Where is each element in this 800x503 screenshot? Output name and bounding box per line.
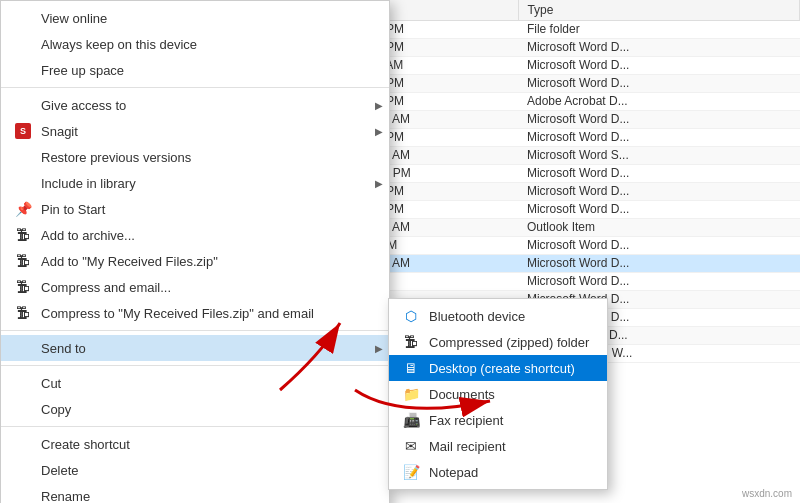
view-online-icon — [13, 8, 33, 28]
menu-item-cut[interactable]: Cut — [1, 370, 389, 396]
menu-item-include-library[interactable]: Include in library▶ — [1, 170, 389, 196]
compress-zip-email-icon: 🗜 — [13, 303, 33, 323]
menu-item-give-access[interactable]: Give access to▶ — [1, 92, 389, 118]
send-to-icon — [13, 338, 33, 358]
submenu-arrow-include-library: ▶ — [375, 178, 383, 189]
file-type: Microsoft Word D... — [519, 110, 800, 128]
menu-item-compress-email[interactable]: 🗜Compress and email... — [1, 274, 389, 300]
give-access-icon — [13, 95, 33, 115]
menu-label-include-library: Include in library — [41, 176, 373, 191]
menu-item-snagit[interactable]: SSnagit▶ — [1, 118, 389, 144]
submenu-arrow-snagit: ▶ — [375, 126, 383, 137]
menu-item-create-shortcut[interactable]: Create shortcut — [1, 431, 389, 457]
menu-item-always-keep[interactable]: Always keep on this device — [1, 31, 389, 57]
file-type: Microsoft Word D... — [519, 128, 800, 146]
menu-separator — [1, 365, 389, 366]
compressed-submenu-icon: 🗜 — [401, 332, 421, 352]
submenu-label-notepad: Notepad — [429, 465, 478, 480]
send-to-submenu[interactable]: ⬡Bluetooth device🗜Compressed (zipped) fo… — [388, 298, 608, 490]
submenu-item-compressed[interactable]: 🗜Compressed (zipped) folder — [389, 329, 607, 355]
add-archive-icon: 🗜 — [13, 225, 33, 245]
pin-start-icon: 📌 — [13, 199, 33, 219]
menu-separator — [1, 426, 389, 427]
documents-submenu-icon: 📁 — [401, 384, 421, 404]
bluetooth-submenu-icon: ⬡ — [401, 306, 421, 326]
rename-icon — [13, 486, 33, 503]
file-type: Microsoft Word D... — [519, 254, 800, 272]
menu-label-add-archive: Add to archive... — [41, 228, 373, 243]
file-type: Microsoft Word D... — [519, 74, 800, 92]
menu-label-copy: Copy — [41, 402, 373, 417]
restore-icon — [13, 147, 33, 167]
submenu-label-compressed: Compressed (zipped) folder — [429, 335, 589, 350]
file-type: Microsoft Word D... — [519, 182, 800, 200]
submenu-item-fax[interactable]: 📠Fax recipient — [389, 407, 607, 433]
menu-item-copy[interactable]: Copy — [1, 396, 389, 422]
desktop-submenu-icon: 🖥 — [401, 358, 421, 378]
menu-label-send-to: Send to — [41, 341, 373, 356]
menu-label-rename: Rename — [41, 489, 373, 504]
menu-item-free-up[interactable]: Free up space — [1, 57, 389, 83]
compress-email-icon: 🗜 — [13, 277, 33, 297]
submenu-arrow-send-to: ▶ — [375, 343, 383, 354]
file-type: Microsoft Word D... — [519, 236, 800, 254]
submenu-item-bluetooth[interactable]: ⬡Bluetooth device — [389, 303, 607, 329]
submenu-label-bluetooth: Bluetooth device — [429, 309, 525, 324]
file-type: Outlook Item — [519, 218, 800, 236]
submenu-label-documents: Documents — [429, 387, 495, 402]
submenu-arrow-give-access: ▶ — [375, 100, 383, 111]
menu-label-view-online: View online — [41, 11, 373, 26]
menu-label-snagit: Snagit — [41, 124, 373, 139]
free-up-icon — [13, 60, 33, 80]
menu-item-add-archive[interactable]: 🗜Add to archive... — [1, 222, 389, 248]
col-type[interactable]: Type — [519, 0, 800, 20]
menu-item-delete[interactable]: Delete — [1, 457, 389, 483]
delete-icon — [13, 460, 33, 480]
menu-label-restore: Restore previous versions — [41, 150, 373, 165]
always-keep-icon — [13, 34, 33, 54]
mail-submenu-icon: ✉ — [401, 436, 421, 456]
include-library-icon — [13, 173, 33, 193]
submenu-label-desktop: Desktop (create shortcut) — [429, 361, 575, 376]
menu-item-pin-start[interactable]: 📌Pin to Start — [1, 196, 389, 222]
copy-icon — [13, 399, 33, 419]
fax-submenu-icon: 📠 — [401, 410, 421, 430]
submenu-item-documents[interactable]: 📁Documents — [389, 381, 607, 407]
menu-item-view-online[interactable]: View online — [1, 5, 389, 31]
menu-label-free-up: Free up space — [41, 63, 373, 78]
submenu-label-fax: Fax recipient — [429, 413, 503, 428]
menu-separator — [1, 87, 389, 88]
file-type: Microsoft Word D... — [519, 56, 800, 74]
snagit-icon: S — [13, 121, 33, 141]
file-type: Microsoft Word D... — [519, 272, 800, 290]
menu-label-create-shortcut: Create shortcut — [41, 437, 373, 452]
file-type: Microsoft Word S... — [519, 146, 800, 164]
file-type: Adobe Acrobat D... — [519, 92, 800, 110]
menu-item-add-zip[interactable]: 🗜Add to "My Received Files.zip" — [1, 248, 389, 274]
submenu-item-desktop[interactable]: 🖥Desktop (create shortcut) — [389, 355, 607, 381]
file-type: Microsoft Word D... — [519, 38, 800, 56]
menu-item-send-to[interactable]: Send to▶ — [1, 335, 389, 361]
menu-label-compress-zip-email: Compress to "My Received Files.zip" and … — [41, 306, 373, 321]
submenu-item-notepad[interactable]: 📝Notepad — [389, 459, 607, 485]
file-type: File folder — [519, 20, 800, 38]
add-zip-icon: 🗜 — [13, 251, 33, 271]
context-menu[interactable]: View onlineAlways keep on this deviceFre… — [0, 0, 390, 503]
menu-label-give-access: Give access to — [41, 98, 373, 113]
menu-separator — [1, 330, 389, 331]
menu-label-always-keep: Always keep on this device — [41, 37, 373, 52]
menu-label-pin-start: Pin to Start — [41, 202, 373, 217]
submenu-item-mail[interactable]: ✉Mail recipient — [389, 433, 607, 459]
create-shortcut-icon — [13, 434, 33, 454]
file-type: Microsoft Word D... — [519, 164, 800, 182]
menu-label-add-zip: Add to "My Received Files.zip" — [41, 254, 373, 269]
notepad-submenu-icon: 📝 — [401, 462, 421, 482]
menu-item-rename[interactable]: Rename — [1, 483, 389, 503]
menu-label-delete: Delete — [41, 463, 373, 478]
menu-item-compress-zip-email[interactable]: 🗜Compress to "My Received Files.zip" and… — [1, 300, 389, 326]
menu-item-restore[interactable]: Restore previous versions — [1, 144, 389, 170]
watermark: wsxdn.com — [742, 488, 792, 499]
cut-icon — [13, 373, 33, 393]
menu-label-cut: Cut — [41, 376, 373, 391]
menu-label-compress-email: Compress and email... — [41, 280, 373, 295]
